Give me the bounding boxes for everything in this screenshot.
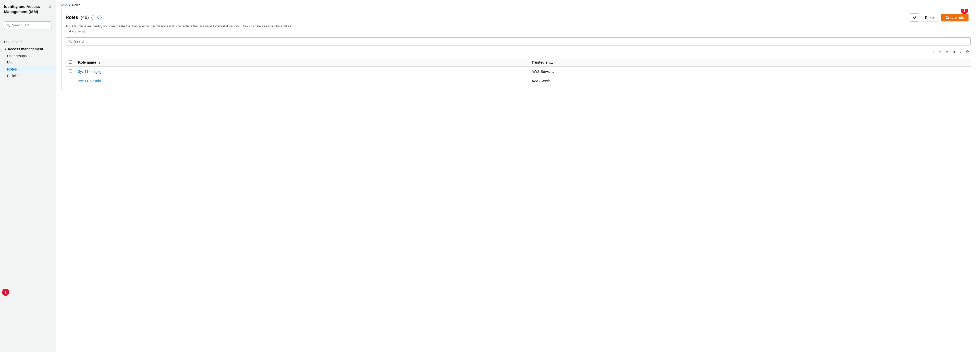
sidebar-search-container: 🔍 xyxy=(4,21,52,29)
col-header-trusted-entities: Trusted en… xyxy=(528,58,970,67)
row-2-checkbox-cell xyxy=(65,76,75,86)
main-content: IAM > Roles Roles (48) Info ↺ Delete Cre… xyxy=(56,0,980,352)
pagination: ‹ 1 2 3 › ⚙ xyxy=(65,48,970,55)
role-link-row-2[interactable]: 3ycl11-ojbxahr xyxy=(78,79,101,83)
pagination-prev-button[interactable]: ‹ xyxy=(931,49,936,55)
sidebar-nav: Dashboard ▼ Access management User group… xyxy=(0,36,56,348)
sidebar-item-policies[interactable]: Policies xyxy=(0,72,56,79)
search-iam-input[interactable] xyxy=(4,21,52,29)
sidebar-close-button[interactable]: × xyxy=(48,4,52,10)
sort-arrow-icon: ▲ xyxy=(98,61,101,64)
search-icon: 🔍 xyxy=(6,23,10,27)
pagination-page-3[interactable]: 3 xyxy=(951,49,957,55)
sidebar-title: Identity and Access Management (IAM) xyxy=(4,4,40,14)
roles-info-link[interactable]: Info xyxy=(91,15,102,20)
roles-header-actions: ↺ Delete Create role 2 xyxy=(910,13,970,22)
breadcrumb-separator: > xyxy=(68,3,70,7)
row-2-checkbox[interactable] xyxy=(68,79,72,82)
row-1-checkbox[interactable] xyxy=(68,69,72,73)
role-link-row-1[interactable]: 3ycl11-h4agiej xyxy=(78,69,101,74)
table-row: 3ycl11-ojbxahr AWS Servic… xyxy=(65,76,970,86)
sidebar-item-users[interactable]: Users xyxy=(0,59,56,66)
roles-table-body: 3ycl11-h4agiej AWS Servic… 3ycl11-ojbxah… xyxy=(65,67,970,86)
sidebar-item-roles[interactable]: Roles xyxy=(0,66,56,72)
pagination-page-1[interactable]: 1 xyxy=(937,49,943,55)
roles-count: (48) xyxy=(81,15,89,20)
roles-header: Roles (48) Info ↺ Delete Create role 2 xyxy=(65,13,970,22)
search-icon: 🔍 xyxy=(68,40,72,43)
col-header-checkbox xyxy=(65,58,75,67)
row-1-checkbox-cell xyxy=(65,67,75,76)
pagination-page-2[interactable]: 2 xyxy=(944,49,950,55)
pagination-settings-button[interactable]: ⚙ xyxy=(964,48,970,55)
delete-button[interactable]: Delete xyxy=(921,14,939,21)
sidebar-item-user-groups[interactable]: User groups xyxy=(0,53,56,59)
create-role-button[interactable]: Create role xyxy=(941,14,969,21)
roles-description: An IAM role is an identity you can creat… xyxy=(65,24,295,34)
roles-panel: Roles (48) Info ↺ Delete Create role 2 A… xyxy=(61,9,975,90)
roles-title: Roles xyxy=(65,15,78,20)
sidebar-divider xyxy=(0,34,56,34)
roles-table-header: Role name ▲ Trusted en… xyxy=(65,58,970,67)
roles-search-input[interactable] xyxy=(65,37,970,45)
breadcrumb-current-page: Roles xyxy=(72,3,80,7)
section-arrow-icon: ▼ xyxy=(4,48,6,51)
row-1-name-cell: 3ycl11-h4agiej xyxy=(75,67,528,76)
annotation-badge-2: 2 xyxy=(961,9,968,14)
sidebar-item-dashboard[interactable]: Dashboard xyxy=(0,38,56,45)
row-2-name-cell: 3ycl11-ojbxahr xyxy=(75,76,528,86)
sidebar-section-access-management[interactable]: ▼ Access management xyxy=(0,45,56,53)
sidebar: Identity and Access Management (IAM) × 🔍… xyxy=(0,0,56,352)
content-area: Roles (48) Info ↺ Delete Create role 2 A… xyxy=(56,9,980,352)
roles-title-group: Roles (48) Info xyxy=(65,15,102,20)
roles-search-bar: 🔍 xyxy=(65,37,970,45)
access-management-label: Access management xyxy=(8,47,43,51)
table-row: 3ycl11-h4agiej AWS Servic… xyxy=(65,67,970,76)
refresh-button[interactable]: ↺ xyxy=(910,13,919,22)
pagination-next-button[interactable]: › xyxy=(958,49,963,55)
breadcrumb: IAM > Roles xyxy=(56,0,980,9)
col-header-role-name[interactable]: Role name ▲ xyxy=(75,58,528,67)
select-all-checkbox[interactable] xyxy=(68,60,72,64)
roles-table: Role name ▲ Trusted en… 3ycl11-h4agiej xyxy=(65,58,970,86)
row-2-trusted-cell: AWS Servic… xyxy=(528,76,970,86)
row-1-trusted-cell: AWS Servic… xyxy=(528,67,970,76)
breadcrumb-iam-link[interactable]: IAM xyxy=(61,3,67,7)
sidebar-header: Identity and Access Management (IAM) × xyxy=(0,4,56,18)
